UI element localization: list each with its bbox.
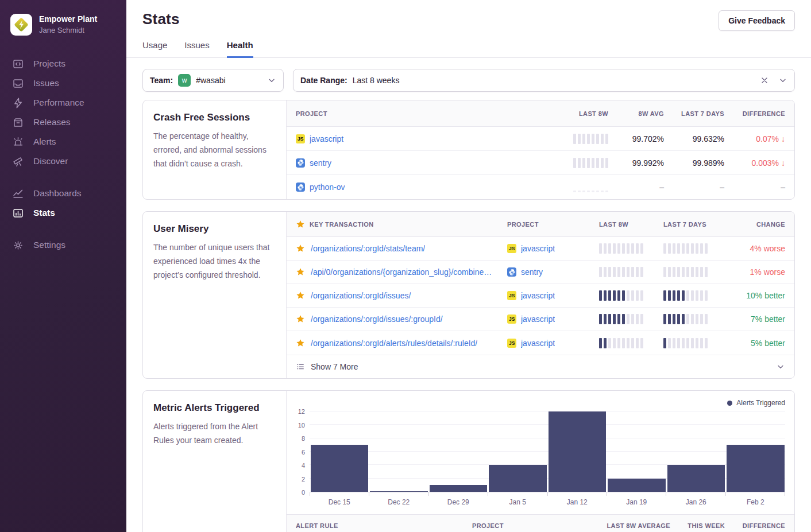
- chart-bar-column: [488, 411, 548, 492]
- chart-legend[interactable]: Alerts Triggered: [292, 398, 785, 408]
- column-header-this-week: THIS WEEK: [688, 522, 725, 529]
- project-link[interactable]: javascript: [521, 244, 555, 253]
- tab-health[interactable]: Health: [227, 40, 253, 58]
- transaction-link[interactable]: /api/0/organizations/{organization_slug}…: [311, 267, 492, 277]
- clear-date-range-icon[interactable]: [760, 76, 769, 85]
- sidebar-item-performance[interactable]: Performance: [0, 93, 126, 112]
- spark-bar: [686, 314, 689, 324]
- misery-table-header: KEY TRANSACTIONPROJECTLAST 8WLAST 7 DAYS…: [287, 212, 794, 237]
- difference-value: 0.07%↓: [756, 134, 785, 143]
- sidebar-item-stats[interactable]: Stats: [0, 203, 126, 223]
- chart-bar-dec-22: [370, 491, 428, 492]
- show-more-row[interactable]: Show 7 More: [287, 355, 794, 378]
- key-transaction-star-icon[interactable]: [296, 244, 305, 253]
- key-transaction-star-icon[interactable]: [296, 267, 305, 277]
- spark-bar: [604, 314, 607, 324]
- last-8w-sparkline-cell: [599, 267, 663, 277]
- sidebar-item-settings[interactable]: Settings: [0, 235, 126, 255]
- key-transaction-star-icon[interactable]: [296, 314, 305, 324]
- spark-bar: [673, 338, 675, 348]
- change-value: 4% worse: [750, 244, 785, 253]
- date-range-label: Date Range:: [300, 76, 347, 85]
- spark-bar: [599, 338, 602, 348]
- sparkline: [663, 314, 728, 324]
- key-transaction-star-icon[interactable]: [296, 339, 305, 348]
- spark-bar: [677, 290, 680, 301]
- spark-bar: [631, 267, 634, 277]
- project-link[interactable]: python-ov: [310, 182, 345, 192]
- sparkline: [599, 314, 663, 324]
- user-misery-panel: User Misery The number of unique users t…: [142, 211, 795, 379]
- alert-rule-table-header: ALERT RULEPROJECTLAST 8W AVERAGETHIS WEE…: [287, 514, 794, 532]
- project-link[interactable]: javascript: [310, 134, 343, 143]
- sidebar-item-discover[interactable]: Discover: [0, 152, 126, 171]
- sidebar-item-issues[interactable]: Issues: [0, 73, 126, 93]
- difference-value: –: [781, 182, 785, 192]
- column-header-change: CHANGE: [756, 221, 785, 228]
- project-link[interactable]: sentry: [310, 158, 331, 168]
- transaction-link[interactable]: /organizations/:orgId/issues/:groupId/: [311, 314, 443, 324]
- org-logo-icon: [10, 14, 32, 36]
- chart-bar-column: [428, 411, 488, 492]
- sidebar-item-alerts[interactable]: Alerts: [0, 132, 126, 152]
- key-transaction-cell: /organizations/:orgId/issues/:groupId/: [296, 314, 507, 324]
- chart-bar-column: [547, 411, 607, 492]
- tabs: UsageIssuesHealth: [126, 40, 811, 58]
- chart-bar-jan-19: [608, 479, 666, 492]
- team-filter-label: Team:: [150, 76, 173, 85]
- x-tick: [547, 492, 607, 496]
- spark-bar: [622, 290, 625, 301]
- chart-bar-jan-26: [667, 465, 725, 492]
- last-7-days-sparkline-cell: [663, 290, 728, 301]
- date-range-filter[interactable]: Date Range: Last 8 weeks: [293, 69, 795, 92]
- y-tick-label: 2: [302, 476, 305, 483]
- change-value: 10% better: [746, 291, 785, 300]
- tab-usage[interactable]: Usage: [142, 40, 167, 58]
- sidebar-item-releases[interactable]: Releases: [0, 112, 126, 132]
- spark-bar: [617, 243, 620, 254]
- spark-bar: [663, 290, 666, 301]
- last-8w-sparkline-cell: [573, 182, 608, 192]
- spark-bar: [668, 290, 671, 301]
- spark-bar: [578, 134, 581, 144]
- project-link[interactable]: sentry: [521, 267, 543, 277]
- spark-bar: [604, 290, 607, 301]
- spark-bar: [686, 243, 689, 254]
- give-feedback-button[interactable]: Give Feedback: [719, 10, 795, 31]
- nav-group: DashboardsStats: [0, 184, 126, 223]
- team-filter[interactable]: Team: w #wasabi: [142, 69, 284, 92]
- spark-bar: [578, 158, 581, 168]
- sidebar-item-dashboards[interactable]: Dashboards: [0, 184, 126, 203]
- main-content: Stats Give Feedback UsageIssuesHealth Te…: [126, 0, 811, 532]
- transaction-link[interactable]: /organizations/:orgId/issues/: [311, 291, 411, 300]
- project-link[interactable]: javascript: [521, 339, 555, 348]
- tab-issues[interactable]: Issues: [184, 40, 209, 58]
- sidebar-item-projects[interactable]: Projects: [0, 54, 126, 73]
- transaction-link[interactable]: /organizations/:orgId/stats/team/: [311, 244, 425, 253]
- column-header-key-transaction: KEY TRANSACTION: [296, 220, 507, 229]
- spark-bar: [592, 134, 594, 144]
- panel-description: Alerts triggered from the Alert Rules yo…: [153, 420, 276, 447]
- last-7-days-value: –: [720, 182, 724, 192]
- sparkline: [573, 182, 608, 192]
- chart-bar-jan-5: [489, 465, 547, 492]
- project-cell: python-ov: [296, 182, 557, 192]
- org-switcher[interactable]: Empower Plant Jane Schmidt: [0, 10, 126, 41]
- spark-bar: [682, 314, 685, 324]
- column-header-project: PROJECT: [507, 221, 599, 228]
- spark-bar: [605, 134, 608, 144]
- spark-bar: [673, 267, 675, 277]
- spark-bar: [608, 314, 611, 324]
- spark-bar: [599, 290, 602, 301]
- project-link[interactable]: javascript: [521, 291, 555, 300]
- team-avatar: w: [178, 74, 191, 87]
- project-link[interactable]: javascript: [521, 314, 555, 324]
- spark-bar: [622, 243, 625, 254]
- sidebar-item-label: Stats: [33, 208, 55, 218]
- transaction-link[interactable]: /organizations/:orgId/alerts/rules/detai…: [311, 339, 477, 348]
- spark-bar: [622, 267, 625, 277]
- key-transaction-star-icon[interactable]: [296, 291, 305, 300]
- y-tick-label: 0: [302, 489, 305, 496]
- panel-title: User Misery: [153, 223, 276, 235]
- spark-bar: [608, 338, 611, 348]
